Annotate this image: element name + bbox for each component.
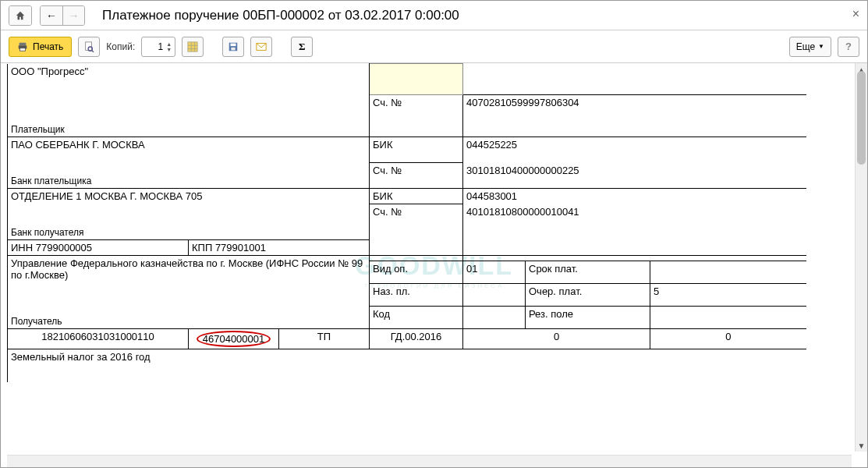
nav-arrows-group: ← →: [40, 5, 85, 26]
recipient-label: Получатель: [11, 316, 62, 327]
svg-line-5: [92, 50, 94, 52]
horizontal-scrollbar[interactable]: [7, 455, 852, 467]
rez-pole-label: Рез. поле: [526, 307, 650, 329]
svg-rect-2: [20, 48, 26, 51]
bik-label-1: БИК: [370, 137, 463, 163]
sigma-icon: Σ: [299, 41, 306, 53]
copies-spinner[interactable]: ▲▼: [166, 41, 172, 52]
recipient-bank-account: 40101810800000010041: [463, 204, 806, 256]
payer-account-label: Сч. №: [370, 95, 463, 137]
document-magnify-icon: [83, 41, 94, 52]
ocher-plat-value: 5: [650, 284, 806, 307]
payer-bik: 044525225: [463, 137, 806, 163]
mail-icon: [256, 41, 267, 52]
vid-op-label: Вид оп.: [370, 261, 463, 284]
home-button[interactable]: [9, 6, 31, 25]
kod-label: Код: [370, 307, 463, 329]
svg-rect-6: [188, 41, 197, 51]
scroll-thumb[interactable]: [857, 71, 866, 165]
mail-button[interactable]: [250, 37, 272, 57]
save-button[interactable]: [222, 37, 244, 57]
doc-table: ООО "Прогресс" Плательщик Сч. № 40702810…: [7, 63, 806, 382]
spin-up-icon: ▲: [166, 41, 172, 47]
recipient-bank: ОТДЕЛЕНИЕ 1 МОСКВА Г. МОСКВА 705: [11, 190, 366, 202]
grid-icon: [187, 41, 198, 52]
scroll-down-icon: ▼: [856, 439, 867, 452]
recipient-account-label: Сч. №: [370, 204, 463, 256]
copies-value: 1: [145, 41, 165, 52]
print-button[interactable]: Печать: [9, 37, 72, 57]
home-icon: [15, 10, 26, 21]
purpose-cell: Земельный налог за 2016 год: [8, 349, 806, 382]
payer-bank-label: Банк плательщика: [11, 176, 91, 186]
svg-rect-0: [19, 42, 27, 45]
payer-name: ООО "Прогресс": [11, 66, 366, 77]
arrow-left-icon: ←: [46, 9, 57, 22]
print-label: Печать: [33, 41, 63, 52]
close-button[interactable]: ×: [852, 7, 859, 21]
payment-order-document: ООО "Прогресс" Плательщик Сч. № 40702810…: [7, 63, 852, 382]
zero2-cell: 0: [650, 329, 806, 349]
copies-label: Копий:: [106, 41, 135, 52]
period-cell: ГД.00.2016: [370, 329, 463, 349]
inn-label: ИНН: [11, 242, 33, 254]
kpp-label: КПП: [192, 242, 212, 254]
inn-value: 7799000005: [36, 242, 92, 254]
payer-label: Плательщик: [11, 124, 65, 135]
app-window: × ← → Платежное поручение 00БП-000002 от…: [0, 0, 868, 468]
content-area: GOODWILL ТЕХНОЛОГИИ ДЛЯ БИЗНЕСА ООО "П: [1, 63, 867, 467]
vid-op-value: 01: [463, 261, 526, 284]
naz-pl-label: Наз. пл.: [370, 284, 463, 307]
kbk-cell: 18210606031031000110: [8, 329, 189, 349]
oktmo-highlight: 46704000001: [197, 331, 271, 347]
forward-button[interactable]: →: [62, 6, 84, 25]
preview-button[interactable]: [78, 37, 100, 57]
payer-account: 40702810599997806304: [463, 95, 806, 137]
ocher-plat-label: Очер. плат.: [526, 284, 650, 307]
recipient-bik: 044583001: [463, 189, 806, 204]
recipient-name: Управление Федерального казначейства по …: [11, 257, 366, 281]
grid-button[interactable]: [182, 37, 204, 57]
window-title: Платежное поручение 00БП-000002 от 03.02…: [102, 8, 459, 23]
recipient-bank-label: Банк получателя: [11, 227, 83, 238]
titlebar: ← → Платежное поручение 00БП-000002 от 0…: [1, 1, 867, 30]
arrow-right-icon: →: [69, 9, 80, 22]
payer-bank-account-label: Сч. №: [370, 163, 463, 189]
chevron-down-icon: ▼: [818, 43, 824, 50]
vertical-scrollbar[interactable]: ▲ ▼: [855, 63, 867, 452]
back-button[interactable]: ←: [41, 6, 62, 25]
nav-home-group: [9, 5, 32, 26]
toolbar: Печать Копий: 1 ▲▼ Σ Еще ▼: [1, 30, 867, 63]
svg-rect-13: [232, 47, 236, 50]
printer-icon: [17, 41, 28, 52]
basis-cell: ТП: [279, 329, 370, 349]
kpp-value: 779901001: [215, 242, 266, 254]
payer-bank-account: 30101810400000000225: [463, 163, 806, 189]
srok-plat-label: Срок плат.: [526, 261, 650, 284]
copies-input[interactable]: 1 ▲▼: [141, 37, 175, 57]
save-icon: [228, 41, 239, 52]
zero1-cell: 0: [463, 329, 650, 349]
spin-down-icon: ▼: [166, 47, 172, 52]
bik-label-2: БИК: [370, 189, 463, 204]
document-scroll[interactable]: ООО "Прогресс" Плательщик Сч. № 40702810…: [7, 63, 852, 452]
oktmo-cell: 46704000001: [189, 329, 279, 349]
payer-bank: ПАО СБЕРБАНК Г. МОСКВА: [11, 139, 366, 151]
more-label: Еще: [796, 41, 815, 52]
svg-rect-12: [231, 43, 236, 46]
question-icon: ?: [845, 41, 852, 52]
amount-cell: [463, 64, 806, 95]
more-button[interactable]: Еще ▼: [789, 37, 831, 57]
help-button[interactable]: ?: [838, 37, 859, 57]
sigma-button[interactable]: Σ: [291, 37, 313, 57]
